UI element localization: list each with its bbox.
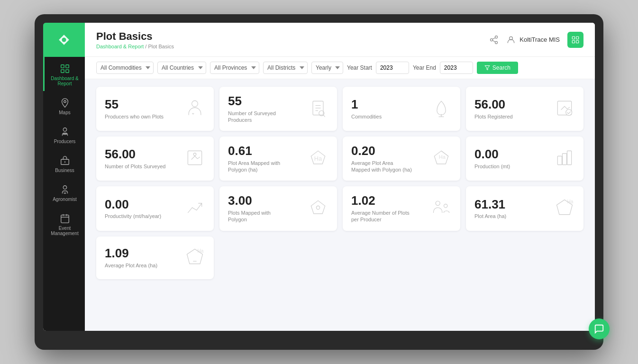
svg-rect-22 (572, 36, 574, 39)
stat-value-9: 3.00 (228, 194, 290, 208)
year-end-input[interactable] (440, 62, 473, 74)
svg-text:Ha: Ha (439, 154, 446, 160)
filterbar: All Commodities All Countries All Provin… (85, 57, 595, 79)
stat-card-9: 3.00 Plots Mapped with Polygon (219, 186, 337, 230)
svg-rect-6 (63, 134, 66, 135)
sidebar-label-producers: Producers (54, 139, 76, 144)
svg-line-20 (492, 37, 495, 39)
stat-card-12: 1.09 Average Plot Area (ha) Ha (96, 237, 214, 279)
stat-card-10: 1.02 Average Number of Plots per Produce… (343, 186, 460, 230)
svg-point-50 (436, 201, 440, 205)
sidebar-item-dashboard[interactable]: Dashboard & Report (43, 57, 85, 91)
stat-card-1: 55 Number of Surveyed Producers (219, 87, 337, 131)
svg-point-0 (62, 38, 66, 42)
stat-card-content-4: 56.00 Number of Plots Surveyed (105, 147, 165, 170)
year-start-input[interactable] (376, 62, 409, 74)
stat-card-11: 61.31 Plot Area (ha) Ha (466, 186, 583, 230)
stat-card-content-10: 1.02 Average Number of Plots per Produce… (351, 194, 413, 223)
mapped-polygon-icon (308, 197, 328, 220)
period-filter[interactable]: Yearly (311, 62, 343, 74)
districts-filter[interactable]: All Districts (263, 62, 308, 74)
svg-point-37 (566, 109, 572, 115)
stat-card-content-5: 0.61 Plot Area Mapped with Polygon (ha) (228, 144, 290, 173)
svg-point-27 (192, 100, 198, 107)
dashboard-grid: 55 Producers who own Plots 55 Number of … (85, 79, 595, 331)
svg-rect-46 (562, 154, 566, 165)
production-icon (554, 147, 575, 170)
stat-value-1: 55 (228, 94, 290, 108)
svg-rect-4 (65, 70, 68, 73)
countries-filter[interactable]: All Countries (157, 62, 206, 74)
laptop-screen: Dashboard & Report Maps Producers (43, 23, 595, 331)
provinces-filter[interactable]: All Provinces (210, 62, 259, 74)
svg-rect-45 (557, 156, 562, 164)
stat-card-6: 0.20 Average Plot Area Mapped with Polyg… (343, 136, 460, 181)
stat-value-3: 56.00 (474, 98, 513, 111)
stat-value-11: 61.31 (474, 198, 506, 211)
chat-fab-button[interactable] (589, 318, 610, 339)
user-icon (506, 35, 516, 45)
share-button[interactable] (489, 35, 499, 45)
stat-card-content-8: 0.00 Productivity (mt/ha/year) (105, 198, 161, 220)
sidebar-label-business: Business (55, 168, 74, 173)
sidebar-item-business[interactable]: Business (43, 149, 85, 178)
grid-icon (571, 36, 580, 44)
filter-icon (484, 65, 490, 71)
stat-label-2: Commodities (351, 113, 382, 120)
grid-view-button[interactable] (567, 32, 583, 48)
sidebar-label-agronomist: Agronomist (53, 197, 77, 202)
breadcrumb-current: Plot Basics (148, 44, 173, 49)
topbar-right: KoltiTrace MIS (489, 32, 583, 48)
plots-surveyed-icon (184, 147, 205, 170)
stat-value-8: 0.00 (105, 198, 161, 211)
stat-card-content-9: 3.00 Plots Mapped with Polygon (228, 194, 290, 223)
avg-plot-area-icon: Ha (184, 246, 205, 269)
svg-point-5 (63, 128, 66, 131)
event-icon (60, 213, 70, 224)
svg-rect-1 (61, 65, 64, 68)
sidebar-item-event[interactable]: Event Management (43, 207, 85, 241)
svg-point-49 (316, 206, 319, 209)
sidebar-item-producers[interactable]: Producers (43, 120, 85, 149)
page-title: Plot Basics (96, 30, 174, 43)
breadcrumb-link[interactable]: Dashboard & Report (96, 44, 144, 49)
svg-text:Ha: Ha (198, 248, 204, 253)
stat-label-0: Producers who own Plots (105, 113, 164, 120)
stat-value-12: 1.09 (105, 246, 157, 260)
stat-value-2: 1 (351, 98, 382, 111)
stat-card-4: 56.00 Number of Plots Surveyed (96, 136, 214, 181)
polygon-icon: Ha (308, 147, 328, 170)
stat-card-content-2: 1 Commodities (351, 98, 382, 120)
stat-card-3: 56.00 Plots Registered (466, 87, 583, 131)
topbar: Plot Basics Dashboard & Report / Plot Ba… (85, 23, 595, 57)
stat-card-content-6: 0.20 Average Plot Area Mapped with Polyg… (351, 144, 413, 173)
svg-marker-26 (485, 66, 490, 70)
sidebar-label-dashboard: Dashboard & Report (46, 76, 83, 86)
svg-point-51 (444, 204, 447, 208)
plot-area-icon: Ha (554, 197, 575, 220)
producer-icon (184, 98, 205, 120)
sidebar-item-agronomist[interactable]: Agronomist (43, 178, 85, 207)
user-profile: KoltiTrace MIS (506, 35, 560, 45)
svg-rect-47 (567, 151, 572, 164)
sidebar-label-event: Event Management (46, 226, 83, 236)
commodities-filter[interactable]: All Commodities (96, 62, 154, 74)
svg-line-33 (323, 115, 325, 117)
sidebar-item-maps[interactable]: Maps (43, 91, 85, 120)
year-end-label: Year End (413, 64, 436, 71)
search-button[interactable]: Search (477, 62, 518, 74)
chat-icon (594, 324, 604, 334)
commodity-icon (431, 98, 452, 120)
stat-card-5: 0.61 Plot Area Mapped with Polygon (ha) … (219, 136, 337, 181)
avg-plots-icon (431, 197, 452, 220)
brand-logo-icon (55, 31, 73, 48)
sidebar-logo (43, 23, 85, 57)
svg-point-17 (491, 38, 493, 41)
stat-card-7: 0.00 Production (mt) (466, 136, 583, 181)
stat-label-12: Average Plot Area (ha) (105, 262, 157, 269)
sidebar-label-maps: Maps (59, 110, 70, 115)
stat-card-8: 0.00 Productivity (mt/ha/year) (96, 186, 214, 230)
stat-label-6: Average Plot Area Mapped with Polygon (h… (351, 160, 413, 173)
username: KoltiTrace MIS (520, 36, 560, 43)
svg-rect-12 (61, 215, 69, 223)
